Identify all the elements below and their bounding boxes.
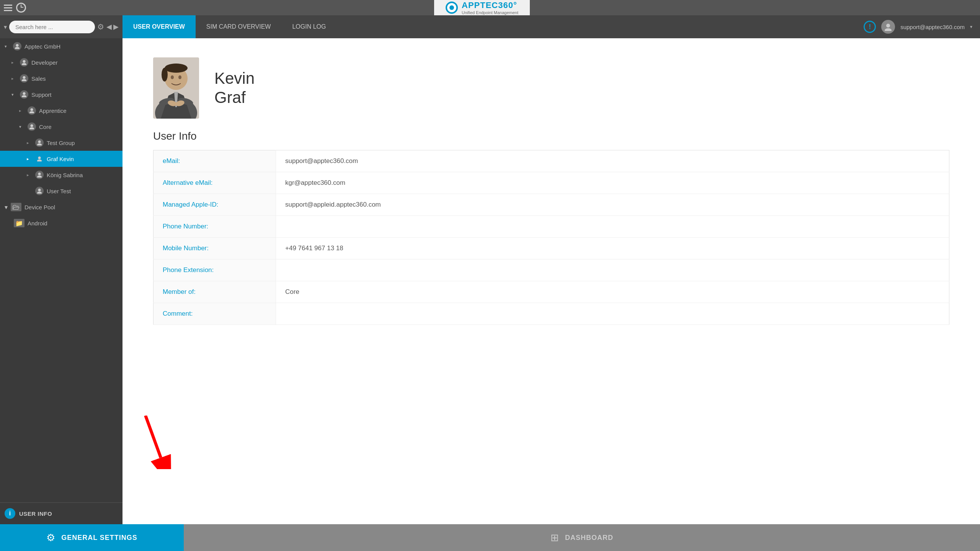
logo-area: APPTEC360° Unified Endpoint Management <box>434 0 530 17</box>
sidebar-item-android[interactable]: 📁 Android <box>0 215 122 231</box>
table-row: Comment: <box>154 303 949 325</box>
search-input[interactable] <box>9 21 95 33</box>
sidebar-item-user-test[interactable]: ▸ User Test <box>0 183 122 199</box>
user-dropdown-arrow[interactable]: ▾ <box>970 24 972 29</box>
group-icon-apptec <box>13 42 21 51</box>
sidebar-item-support[interactable]: ▾ Support <box>0 86 122 103</box>
expand-graf-kevin-icon: ▸ <box>27 156 32 161</box>
profile-name: Kevin Graf <box>214 69 255 108</box>
user-email-label: support@apptec360.com <box>900 24 965 30</box>
field-value-phone <box>276 216 949 238</box>
sidebar: ▾ Apptec GmbH ▸ Developer ▸ Sales ▾ <box>0 38 122 524</box>
sidebar-label-apptec-gmbh: Apptec GmbH <box>24 43 118 50</box>
settings-icon[interactable]: ⚙ <box>97 22 104 31</box>
nav-left: ▾ ⚙ ◀ ▶ <box>0 21 122 33</box>
field-label-mobile: Mobile Number: <box>154 238 276 259</box>
sidebar-label-support: Support <box>31 91 118 98</box>
logo-circle <box>446 2 458 14</box>
field-value-phone-ext <box>276 259 949 281</box>
sidebar-label-sales: Sales <box>31 75 118 82</box>
logo-container: APPTEC360° Unified Endpoint Management <box>434 0 530 17</box>
profile-photo <box>153 57 199 119</box>
table-row: Phone Extension: <box>154 259 949 281</box>
table-row: Alternative eMail: kgr@apptec360.com <box>154 172 949 194</box>
sidebar-item-sales[interactable]: ▸ Sales <box>0 70 122 86</box>
sidebar-label-android: Android <box>28 220 47 227</box>
sidebar-label-test-group: Test Group <box>47 140 118 146</box>
table-row: eMail: support@apptec360.com <box>154 150 949 172</box>
user-info-label: USER INFO <box>19 510 52 517</box>
general-settings-label: GENERAL SETTINGS <box>61 534 137 542</box>
svg-point-33 <box>178 75 181 79</box>
svg-point-14 <box>38 140 41 143</box>
info-icon: i <box>5 508 15 519</box>
svg-point-10 <box>31 108 33 111</box>
expand-core-icon: ▾ <box>19 124 24 129</box>
alert-icon: ! <box>864 21 876 33</box>
sidebar-label-device-pool: Device Pool <box>24 204 55 210</box>
field-label-email: eMail: <box>154 150 276 172</box>
expand-developer-icon: ▸ <box>11 60 17 65</box>
user-info-table: eMail: support@apptec360.com Alternative… <box>153 150 949 325</box>
sidebar-item-test-group[interactable]: ▸ Test Group <box>0 135 122 151</box>
sidebar-label-graf-kevin: Graf Kevin <box>47 156 118 162</box>
sidebar-item-apprentice[interactable]: ▸ Apprentice <box>0 103 122 119</box>
expand-apprentice-icon: ▸ <box>19 108 24 113</box>
svg-point-32 <box>171 75 174 79</box>
field-label-comment: Comment: <box>154 303 276 325</box>
svg-point-13 <box>29 127 34 129</box>
svg-point-1 <box>885 28 892 31</box>
sidebar-label-konig-sabrina: König Sabrina <box>47 172 118 178</box>
content-area: Kevin Graf User Info eMail: support@appt… <box>122 38 980 524</box>
group-icon-developer <box>20 58 28 67</box>
svg-point-7 <box>22 79 26 81</box>
user-info-title: User Info <box>153 130 949 142</box>
svg-point-16 <box>38 156 41 159</box>
tab-sim-card-overview[interactable]: SIM CARD OVERVIEW <box>196 15 282 38</box>
sidebar-item-apptec-gmbh[interactable]: ▾ Apptec GmbH <box>0 38 122 54</box>
table-row: Managed Apple-ID: support@appleid.apptec… <box>154 194 949 216</box>
general-settings-button[interactable]: ⚙ GENERAL SETTINGS <box>0 524 184 551</box>
svg-point-9 <box>22 95 26 97</box>
expand-konig-sabrina-icon: ▸ <box>27 173 32 178</box>
logo-text: APPTEC360° <box>462 0 518 10</box>
field-label-member-of: Member of: <box>154 281 276 303</box>
expand-button[interactable]: ▾ <box>4 23 7 31</box>
svg-point-11 <box>29 111 34 113</box>
sidebar-item-core[interactable]: ▾ Core <box>0 119 122 135</box>
sidebar-item-developer[interactable]: ▸ Developer <box>0 54 122 70</box>
dashboard-button[interactable]: ⊞ DASHBOARD <box>184 524 980 551</box>
sidebar-label-core: Core <box>39 124 118 130</box>
user-info-panel: i USER INFO <box>0 502 122 524</box>
nav-bar: ▾ ⚙ ◀ ▶ USER OVERVIEW SIM CARD OVERVIEW … <box>0 15 980 38</box>
tab-login-log[interactable]: LOGIN LOG <box>281 15 336 38</box>
hamburger-icon[interactable] <box>4 5 12 11</box>
back-button[interactable]: ◀ <box>106 23 112 31</box>
svg-point-19 <box>37 176 42 178</box>
avatar <box>881 20 895 34</box>
svg-point-18 <box>38 173 41 175</box>
top-header: APPTEC360° Unified Endpoint Management <box>0 0 980 15</box>
sidebar-item-device-pool[interactable]: ▾ 🗁 Device Pool <box>0 199 122 215</box>
nav-right: ! support@apptec360.com ▾ <box>864 20 980 34</box>
svg-point-35 <box>162 68 168 82</box>
svg-point-8 <box>23 92 26 95</box>
dashboard-label: DASHBOARD <box>565 534 613 542</box>
group-icon-test-group <box>35 139 44 147</box>
sidebar-item-konig-sabrina[interactable]: ▸ König Sabrina <box>0 167 122 183</box>
table-row: Mobile Number: +49 7641 967 13 18 <box>154 238 949 259</box>
sidebar-label-user-test: User Test <box>47 188 118 194</box>
tab-user-overview[interactable]: USER OVERVIEW <box>122 15 196 38</box>
group-icon-sales <box>20 74 28 83</box>
forward-button[interactable]: ▶ <box>113 23 119 31</box>
field-value-alt-email: kgr@apptec360.com <box>276 172 949 194</box>
user-info-table-section: User Info eMail: support@apptec360.com A… <box>122 130 980 340</box>
profile-first-name: Kevin <box>214 69 255 88</box>
sidebar-item-graf-kevin[interactable]: ▸ Graf Kevin <box>0 151 122 167</box>
logo-subtext: Unified Endpoint Management <box>462 10 518 15</box>
sidebar-label-developer: Developer <box>31 59 118 66</box>
expand-device-pool-icon: ▾ <box>5 204 8 211</box>
field-label-phone: Phone Number: <box>154 216 276 238</box>
table-row: Member of: Core <box>154 281 949 303</box>
svg-point-6 <box>23 76 26 79</box>
